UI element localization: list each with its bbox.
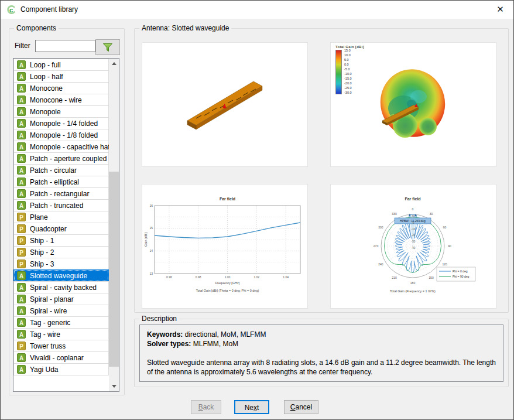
component-item-label: Patch - circular	[30, 166, 77, 175]
component-item-label: Patch - elliptical	[30, 178, 79, 186]
component-item[interactable]: AMonopole - capacitive hat	[13, 141, 109, 153]
svg-text:0.96: 0.96	[166, 275, 172, 279]
component-item[interactable]: PShip - 1	[13, 234, 109, 247]
component-item-label: Patch - rectangular	[30, 190, 89, 198]
component-item[interactable]: APatch - truncated	[13, 199, 109, 211]
component-item[interactable]: PShip - 2	[13, 246, 109, 258]
scrollbar-down-button[interactable]	[109, 381, 119, 391]
component-item[interactable]: AMonopole	[13, 105, 109, 118]
preview-3d-pattern-image: Total Gain [dBi] 15.010.05.00.0-5.0-10.0…	[330, 42, 496, 167]
component-type-icon: A	[17, 283, 26, 292]
component-item[interactable]: AMonopole - 1/4 folded	[13, 117, 109, 129]
svg-text:-40: -40	[412, 247, 416, 250]
component-item[interactable]: AMonocone - wire	[13, 94, 109, 106]
description-box: Keywords: directional, MoM, MLFMM Solver…	[139, 325, 503, 382]
component-item-label: Monopole - 1/4 folded	[30, 119, 98, 128]
component-item[interactable]: ALoop - half	[13, 70, 109, 83]
component-item[interactable]: AVivaldi - coplanar	[13, 351, 109, 364]
component-type-icon: A	[17, 177, 26, 186]
colorbar-tick: 10.0	[344, 53, 352, 57]
close-button[interactable]: ✕	[487, 1, 513, 19]
component-item-label: Patch - aperture coupled	[30, 155, 107, 163]
preview-gain-frequency-chart: 131415160.960.981.001.021.04Far fieldFre…	[142, 184, 308, 309]
component-item[interactable]: AMonopole - 1/8 folded	[13, 129, 109, 141]
keywords-line: Keywords: directional, MoM, MLFMM	[147, 330, 496, 339]
gain-colorbar: Total Gain [dBi] 15.010.05.00.0-5.0-10.0…	[335, 45, 382, 94]
component-item[interactable]: ASpiral - wire	[13, 305, 109, 317]
component-item[interactable]: ATag - wire	[13, 328, 109, 340]
component-type-icon: A	[17, 189, 26, 198]
far-field-line-chart: 131415160.960.981.001.021.04Far fieldFre…	[142, 185, 307, 308]
keywords-value: directional, MoM, MLFMM	[185, 330, 266, 339]
component-item-label: Ship - 1	[30, 237, 54, 245]
component-item-label: Vivaldi - coplanar	[30, 354, 84, 362]
back-button[interactable]: Back	[191, 400, 221, 414]
svg-text:1.02: 1.02	[253, 275, 259, 279]
filter-button[interactable]	[95, 39, 120, 55]
list-scrollbar[interactable]	[109, 59, 119, 391]
component-item[interactable]: APatch - aperture coupled	[13, 152, 109, 165]
component-item[interactable]: PPlane	[13, 211, 109, 223]
svg-text:Far field: Far field	[405, 197, 420, 201]
component-item[interactable]: PShip - 3	[13, 258, 109, 270]
component-item[interactable]: AMonocone	[13, 82, 109, 94]
component-item[interactable]: APatch - rectangular	[13, 187, 109, 200]
filter-funnel-icon	[102, 42, 114, 53]
component-item[interactable]: PQuadcopter	[13, 223, 109, 235]
component-item-label: Spiral - wire	[30, 307, 67, 315]
colorbar-tick-labels: 15.010.05.00.0-5.0-10.0-15.0-20.0-25.0-3…	[344, 49, 352, 94]
scrollbar-up-button[interactable]	[109, 59, 119, 69]
svg-text:13: 13	[149, 272, 153, 275]
component-item-label: Plane	[30, 213, 48, 221]
svg-text:Gain [dBi]: Gain [dBi]	[144, 232, 148, 247]
component-item[interactable]: APatch - circular	[13, 164, 109, 176]
component-type-icon: A	[17, 72, 26, 81]
svg-text:-20: -20	[412, 234, 416, 237]
components-groupbox: Components Filter ALoop - fullALoop - ha…	[9, 28, 125, 395]
chevron-down-icon	[112, 385, 116, 388]
component-item[interactable]: ASpiral - planar	[13, 293, 109, 305]
svg-text:300: 300	[378, 226, 383, 229]
filter-label: Filter	[15, 42, 30, 50]
next-button[interactable]: Next	[234, 400, 269, 414]
component-type-icon: A	[17, 306, 26, 315]
svg-text:0.98: 0.98	[196, 275, 201, 279]
component-item[interactable]: PTower truss	[13, 340, 109, 352]
svg-text:Phi = 90 deg: Phi = 90 deg	[453, 275, 469, 278]
waveguide-3d-model	[142, 43, 307, 166]
component-item[interactable]: ASpiral - cavity backed	[13, 281, 109, 293]
preview-groupbox: Antenna: Slotted waveguide	[134, 28, 509, 313]
component-item[interactable]: AYagi Uda	[13, 363, 109, 375]
svg-text:150: 150	[429, 276, 434, 279]
svg-text:c: c	[9, 6, 13, 13]
cancel-button[interactable]: Cancel	[284, 400, 318, 414]
description-group-title: Description	[139, 315, 179, 323]
component-type-icon: A	[17, 330, 26, 339]
component-type-icon: A	[17, 271, 26, 280]
svg-text:10: 10	[412, 215, 415, 218]
component-item-label: Monopole - capacitive hat	[30, 143, 109, 151]
component-type-icon: A	[17, 119, 26, 128]
component-type-icon: A	[17, 60, 26, 69]
description-groupbox: Description Keywords: directional, MoM, …	[134, 319, 509, 387]
component-item-label: Slotted waveguide	[30, 272, 87, 280]
component-item-label: Yagi Uda	[30, 366, 58, 374]
component-item[interactable]: ASlotted waveguide	[13, 269, 109, 282]
svg-text:Total Gain (Frequency = 1 GHz): Total Gain (Frequency = 1 GHz)	[390, 289, 436, 293]
components-list: ALoop - fullALoop - halfAMonoconeAMonoco…	[13, 59, 109, 391]
svg-text:Far field: Far field	[220, 197, 235, 201]
component-item[interactable]: ATag - generic	[13, 316, 109, 329]
scrollbar-thumb[interactable]	[109, 172, 119, 367]
svg-text:Frequency [GHz]: Frequency [GHz]	[215, 281, 240, 285]
component-item-label: Monocone - wire	[30, 96, 82, 104]
component-item-label: Patch - truncated	[30, 202, 83, 210]
component-type-icon: A	[17, 131, 26, 139]
component-item[interactable]: APatch - elliptical	[13, 176, 109, 188]
title-bar[interactable]: c Component library ✕	[1, 1, 513, 19]
colorbar-tick: -15.0	[344, 77, 352, 80]
svg-text:210: 210	[392, 276, 397, 279]
component-type-icon: A	[17, 84, 26, 93]
filter-input[interactable]	[35, 40, 95, 52]
component-item[interactable]: ALoop - full	[13, 59, 109, 71]
component-item-label: Loop - full	[30, 61, 61, 69]
